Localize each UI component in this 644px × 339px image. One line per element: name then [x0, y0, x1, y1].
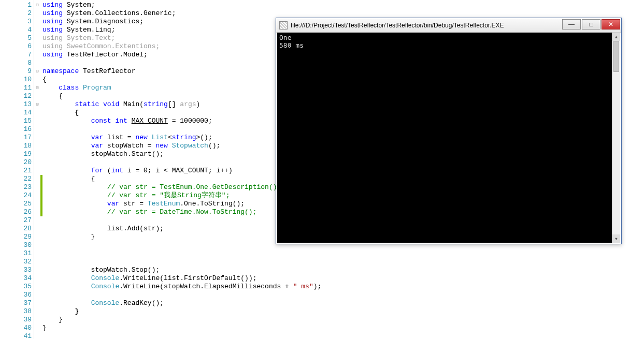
fold-spacer [34, 191, 40, 200]
fold-spacer [34, 233, 40, 241]
fold-spacer [34, 200, 40, 208]
line-number: 16 [0, 125, 34, 134]
close-button[interactable]: ✕ [602, 19, 620, 30]
code-line[interactable]: } [42, 307, 644, 316]
line-number: 12 [0, 92, 34, 100]
line-number: 18 [0, 142, 34, 150]
line-number: 6 [0, 42, 34, 51]
fold-spacer [34, 258, 40, 266]
fold-spacer [34, 134, 40, 142]
fold-spacer [34, 76, 40, 84]
fold-spacer [34, 274, 40, 283]
fold-spacer [34, 18, 40, 26]
fold-spacer [34, 175, 40, 183]
window-title: file:///D:/Project/Test/TestReflector/Te… [291, 22, 562, 29]
fold-toggle-icon[interactable] [34, 100, 40, 109]
line-number: 29 [0, 233, 34, 241]
fold-toggle-icon[interactable] [34, 67, 40, 76]
code-line[interactable]: Console.WriteLine(stopWatch.ElapsedMilli… [42, 283, 644, 291]
code-line[interactable] [42, 291, 644, 299]
maximize-button[interactable]: □ [582, 19, 600, 30]
fold-spacer [34, 241, 40, 249]
line-number: 35 [0, 283, 34, 291]
line-number: 33 [0, 266, 34, 274]
line-number: 10 [0, 76, 34, 84]
fold-toggle-icon[interactable] [34, 84, 40, 92]
fold-spacer [34, 324, 40, 332]
fold-spacer [34, 225, 40, 233]
console-output: One 580 ms [277, 33, 620, 243]
fold-spacer [34, 249, 40, 258]
fold-spacer [34, 109, 40, 117]
line-number: 40 [0, 324, 34, 332]
code-line[interactable] [42, 258, 644, 266]
line-number: 31 [0, 249, 34, 258]
fold-column[interactable] [34, 0, 40, 339]
line-number: 8 [0, 59, 34, 67]
fold-spacer [34, 26, 40, 34]
minimize-button[interactable]: — [562, 19, 581, 30]
line-number: 28 [0, 225, 34, 233]
line-number-gutter: 1234567891011121314151617181920212223242… [0, 0, 34, 339]
code-line[interactable]: Console.WriteLine(list.FirstOrDefault())… [42, 274, 644, 283]
console-scrollbar[interactable]: ▲ ▼ [612, 33, 620, 243]
line-number: 21 [0, 167, 34, 175]
code-line[interactable] [42, 249, 644, 258]
line-number: 36 [0, 291, 34, 299]
fold-spacer [34, 150, 40, 158]
line-number: 13 [0, 100, 34, 109]
code-line[interactable]: using System; [42, 1, 644, 9]
fold-spacer [34, 208, 40, 216]
line-number: 27 [0, 216, 34, 225]
fold-spacer [34, 59, 40, 67]
scroll-up-icon[interactable]: ▲ [612, 33, 620, 41]
line-number: 41 [0, 332, 34, 339]
line-number: 14 [0, 109, 34, 117]
fold-spacer [34, 125, 40, 134]
fold-spacer [34, 142, 40, 150]
fold-spacer [34, 283, 40, 291]
line-number: 38 [0, 307, 34, 316]
line-number: 30 [0, 241, 34, 249]
fold-spacer [34, 299, 40, 307]
fold-spacer [34, 92, 40, 100]
console-window[interactable]: file:///D:/Project/Test/TestReflector/Te… [276, 18, 622, 244]
scroll-thumb[interactable] [613, 41, 619, 72]
fold-spacer [34, 266, 40, 274]
line-number: 9 [0, 67, 34, 76]
line-number: 20 [0, 158, 34, 167]
code-line[interactable] [42, 332, 644, 339]
app-icon [279, 21, 288, 30]
line-number: 1 [0, 1, 34, 9]
titlebar[interactable]: file:///D:/Project/Test/TestReflector/Te… [276, 18, 621, 33]
fold-spacer [34, 291, 40, 299]
fold-spacer [34, 332, 40, 339]
line-number: 32 [0, 258, 34, 266]
code-line[interactable]: using System.Collections.Generic; [42, 9, 644, 18]
code-line[interactable]: } [42, 316, 644, 324]
fold-spacer [34, 42, 40, 51]
line-number: 23 [0, 183, 34, 191]
line-number: 26 [0, 208, 34, 216]
line-number: 37 [0, 299, 34, 307]
line-number: 3 [0, 18, 34, 26]
code-line[interactable]: } [42, 324, 644, 332]
fold-spacer [34, 51, 40, 59]
fold-spacer [34, 216, 40, 225]
fold-spacer [34, 316, 40, 324]
line-number: 39 [0, 316, 34, 324]
fold-spacer [34, 183, 40, 191]
fold-toggle-icon[interactable] [34, 1, 40, 9]
fold-spacer [34, 158, 40, 167]
fold-spacer [34, 167, 40, 175]
line-number: 2 [0, 9, 34, 18]
scroll-down-icon[interactable]: ▼ [612, 234, 620, 243]
code-line[interactable]: stopWatch.Stop(); [42, 266, 644, 274]
line-number: 4 [0, 26, 34, 34]
line-number: 19 [0, 150, 34, 158]
fold-spacer [34, 9, 40, 18]
fold-spacer [34, 117, 40, 125]
code-line[interactable]: Console.ReadKey(); [42, 299, 644, 307]
line-number: 24 [0, 191, 34, 200]
line-number: 22 [0, 175, 34, 183]
